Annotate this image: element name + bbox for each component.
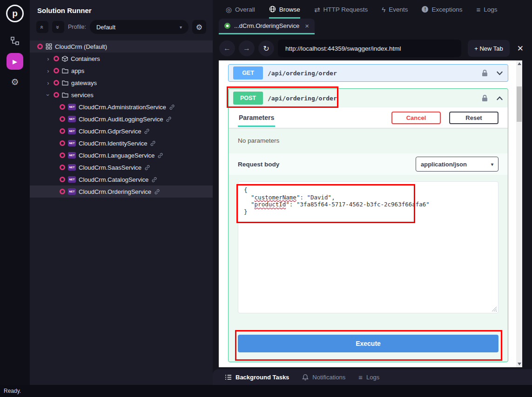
link-icon[interactable]	[154, 189, 160, 195]
folder-icon	[62, 68, 68, 73]
execute-wrap: Execute	[229, 313, 508, 362]
post-endpoint-path: /api/ordering/order	[268, 95, 337, 102]
tree-item-ordering-service[interactable]: NET CloudCrm.OrderingService	[30, 185, 213, 198]
close-tab-icon[interactable]: ×	[305, 22, 309, 30]
execute-button[interactable]: Execute	[238, 335, 498, 352]
tree-item-apps[interactable]: › apps	[30, 65, 213, 77]
link-icon[interactable]	[169, 104, 175, 110]
tree-item-services[interactable]: › services	[30, 89, 213, 101]
request-body-label: Request body	[238, 161, 279, 168]
logo-letter: p	[12, 8, 18, 19]
refresh-icon: ↻	[263, 44, 269, 53]
compass-icon: ◎	[226, 6, 232, 13]
tab-http-requests[interactable]: ⇄ HTTP Requests	[314, 0, 368, 19]
request-body-text: { "customerName": "David", "productId": …	[238, 182, 498, 220]
tab-logs[interactable]: ≡ Logs	[477, 0, 498, 19]
scroll-down-icon[interactable]	[518, 363, 521, 365]
tree-root-cloudcrm[interactable]: CloudCrm (Default)	[30, 40, 213, 53]
content-type-dropdown[interactable]: application/json ▾	[416, 157, 498, 172]
tab-label: Exceptions	[431, 6, 462, 13]
back-button[interactable]: ←	[219, 40, 235, 56]
browser-tab-ordering-service[interactable]: ...dCrm.OrderingService ×	[219, 19, 315, 34]
tree-item-containers[interactable]: › Containers	[30, 53, 213, 65]
forward-button[interactable]: →	[239, 40, 255, 56]
dotnet-icon: NET	[68, 176, 76, 183]
tab-label: Overall	[235, 6, 255, 13]
tab-events[interactable]: ϟ Events	[382, 0, 408, 19]
post-endpoint-header[interactable]: POST /api/ordering/order	[229, 89, 508, 107]
status-dot	[60, 152, 65, 158]
tree-item-auditlogging-service[interactable]: NET CloudCrm.AuditLoggingService	[30, 113, 213, 125]
profile-settings-button[interactable]: ⚙	[192, 20, 206, 34]
get-order-endpoint[interactable]: GET /api/ordering/order	[228, 64, 508, 82]
tab-label: Logs	[484, 6, 497, 13]
status-dot	[54, 92, 59, 98]
lock-icon[interactable]	[482, 94, 488, 102]
address-bar[interactable]: http://localhost:44359/swagger/index.htm…	[278, 40, 461, 57]
link-icon[interactable]	[166, 116, 172, 122]
link-icon[interactable]	[144, 165, 150, 171]
new-tab-button[interactable]: + New Tab	[468, 40, 510, 57]
detach-tab-icon[interactable]: ✕	[517, 44, 524, 53]
tree-item-label: CloudCrm.SaasService	[79, 164, 141, 171]
status-dot	[60, 140, 65, 146]
panel-title: Solution Runner	[30, 0, 213, 16]
bottom-item-label: Notifications	[312, 374, 345, 381]
tree-item-label: CloudCrm.AdministrationService	[79, 104, 166, 111]
page-scrollbar	[516, 60, 522, 367]
browser-tab-strip: ...dCrm.OrderingService ×	[213, 19, 532, 34]
chevron-down-icon[interactable]	[496, 70, 503, 77]
get-endpoint-path: /api/ordering/order	[268, 70, 337, 77]
chevron-down-icon[interactable]: ›	[45, 93, 52, 98]
chevron-down-icon: ▾	[180, 25, 182, 30]
tree-item-catalog-service[interactable]: NET CloudCrm.CatalogService	[30, 173, 213, 185]
background-tasks-button[interactable]: Background Tasks	[225, 374, 289, 381]
status-dot	[60, 104, 65, 110]
chevron-right-icon[interactable]: ›	[46, 79, 51, 86]
notifications-button[interactable]: Notifications	[302, 374, 345, 381]
tree-item-administration-service[interactable]: NET CloudCrm.AdministrationService	[30, 101, 213, 113]
tab-browse[interactable]: Browse	[269, 0, 300, 19]
collapse-all-button[interactable]: «	[36, 21, 48, 33]
link-icon[interactable]	[150, 140, 156, 146]
reset-button[interactable]: Reset	[449, 112, 498, 124]
link-icon[interactable]	[151, 177, 157, 183]
request-body-editor[interactable]: { "customerName": "David", "productId": …	[238, 181, 498, 313]
get-method-badge: GET	[233, 66, 263, 79]
solution-panel: Solution Runner « » Profile: Default ▾ ⚙…	[30, 0, 213, 385]
solution-tree-icon[interactable]	[7, 34, 23, 47]
link-icon[interactable]	[157, 152, 163, 159]
expand-all-button[interactable]: »	[52, 21, 64, 33]
tree-item-saas-service[interactable]: NET CloudCrm.SaasService	[30, 161, 213, 173]
chevron-right-icon[interactable]: ›	[46, 67, 51, 74]
arrow-left-icon: ←	[223, 44, 231, 53]
double-chevron-up-icon: «	[39, 25, 46, 28]
profile-dropdown[interactable]: Default ▾	[90, 20, 189, 34]
tab-overall[interactable]: ◎ Overall	[226, 0, 255, 19]
content-type-value: application/json	[421, 161, 467, 168]
refresh-button[interactable]: ↻	[258, 40, 274, 56]
tree-item-gateways[interactable]: › gateways	[30, 77, 213, 89]
status-dot	[60, 177, 65, 182]
status-dot	[60, 128, 65, 134]
scroll-up-icon[interactable]	[518, 62, 521, 65]
link-icon[interactable]	[144, 128, 150, 134]
chevron-right-icon[interactable]: ›	[46, 55, 51, 62]
run-button[interactable]: ▶	[7, 53, 23, 70]
lock-icon[interactable]	[482, 69, 488, 77]
scrollbar-thumb[interactable]	[517, 86, 522, 122]
list-lines-icon: ≡	[358, 374, 363, 381]
tab-exceptions[interactable]: ! Exceptions	[422, 0, 462, 19]
logs-button[interactable]: ≡ Logs	[358, 374, 379, 381]
tree-item-gdpr-service[interactable]: NET CloudCrm.GdprService	[30, 125, 213, 137]
settings-icon[interactable]: ⚙	[7, 75, 23, 88]
cancel-button[interactable]: Cancel	[391, 112, 441, 124]
resize-grip-icon[interactable]	[492, 306, 497, 311]
tree-item-language-service[interactable]: NET CloudCrm.LanguageService	[30, 149, 213, 161]
dotnet-icon: NET	[68, 104, 76, 110]
tree-item-identity-service[interactable]: NET CloudCrm.IdentityService	[30, 137, 213, 149]
browser-nav-bar: ← → ↻ http://localhost:44359/swagger/ind…	[213, 38, 532, 59]
chevron-up-icon[interactable]	[496, 95, 503, 102]
icon-rail: p ▶ ⚙	[0, 0, 30, 385]
dotnet-icon: NET	[68, 140, 76, 146]
